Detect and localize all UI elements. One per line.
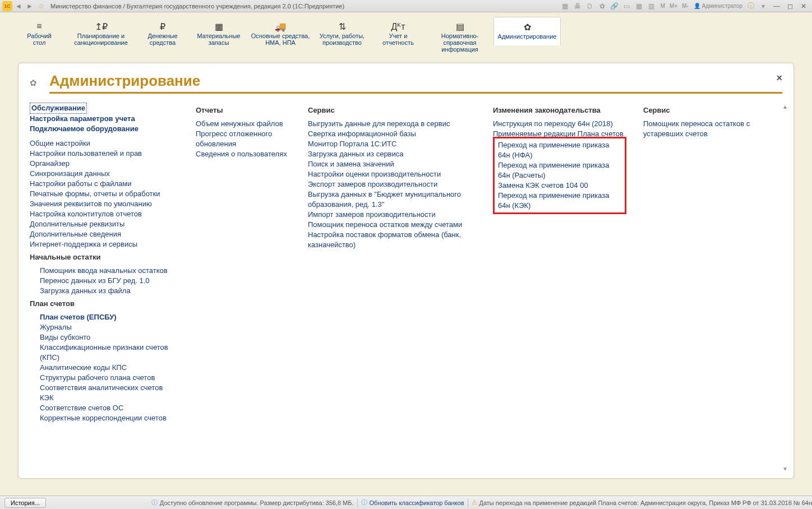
link-correspondences[interactable]: Соответствия аналитических счетов bbox=[40, 383, 179, 393]
link-64n-instruction[interactable]: Инструкция по переходу 64н (2018) bbox=[493, 119, 626, 129]
nav-accounting[interactable]: Дᴷт Учет иотчетность bbox=[370, 17, 426, 52]
link-accounting-params[interactable]: Настройка параметров учета bbox=[30, 114, 179, 124]
link-structures[interactable]: Структуры рабочего плана счетов bbox=[40, 373, 179, 383]
highlighted-box: Переход на применение приказа 64н (НФА) … bbox=[493, 137, 626, 214]
info-status-icon-2: ⓘ bbox=[361, 498, 367, 507]
link-kps-codes[interactable]: Аналитические коды КПС bbox=[40, 363, 179, 373]
link-perf-export[interactable]: Экспорт замеров производительности bbox=[308, 179, 476, 189]
links-icon[interactable]: 🔗 bbox=[610, 1, 620, 11]
nav-label: Рабочийстол bbox=[12, 33, 66, 46]
link-transfer-bgu[interactable]: Перенос данных из БГУ ред. 1.0 bbox=[40, 276, 179, 286]
link-epsbu[interactable]: План счетов (ЕПСБУ) bbox=[40, 312, 179, 322]
nav-label: Учет иотчетность bbox=[371, 33, 425, 46]
nav-reference[interactable]: ▤ Нормативно-справочнаяинформация bbox=[426, 17, 493, 58]
link-load-service[interactable]: Загрузка данных из сервиса bbox=[308, 149, 476, 159]
status-update-available[interactable]: ⓘ Доступно обновление программы. Размер … bbox=[151, 498, 354, 507]
back-icon[interactable]: ◄ bbox=[13, 1, 24, 11]
ruble-icon: ₽ bbox=[136, 20, 190, 33]
link-users-rights[interactable]: Настройки пользователей и прав bbox=[30, 149, 179, 159]
nav-materials[interactable]: ▦ Материальныезапасы bbox=[191, 17, 247, 52]
scroll-up-icon[interactable]: ▴ bbox=[780, 103, 790, 110]
tool-icon-3[interactable]: ✿ bbox=[597, 1, 607, 11]
link-print-forms[interactable]: Печатные формы, отчеты и обработки bbox=[30, 189, 179, 199]
page-gear-icon[interactable]: ✿ bbox=[30, 78, 37, 88]
section-service-2: Сервис bbox=[643, 106, 755, 114]
history-button[interactable]: История... bbox=[4, 498, 46, 508]
status-bank-classifier[interactable]: ⓘ Обновить классификатор банков bbox=[361, 498, 464, 507]
link-headers[interactable]: Настройка колонтитулов отчетов bbox=[30, 209, 179, 219]
forward-icon[interactable]: ► bbox=[25, 1, 35, 11]
dtkt-icon: Дᴷт bbox=[371, 20, 425, 33]
link-organizer[interactable]: Органайзер bbox=[30, 159, 179, 169]
link-journals[interactable]: Журналы bbox=[40, 322, 179, 332]
link-subkonto[interactable]: Виды субконто bbox=[40, 332, 179, 343]
dropdown-icon[interactable]: ▾ bbox=[758, 1, 768, 11]
nav-admin[interactable]: ✿ Администрирование bbox=[493, 17, 561, 45]
truck-icon: 🚚 bbox=[248, 20, 313, 33]
link-general-settings[interactable]: Общие настройки bbox=[30, 138, 179, 149]
link-kek[interactable]: КЭК bbox=[40, 393, 179, 403]
close-page-button[interactable]: × bbox=[776, 72, 782, 84]
m-button[interactable]: M bbox=[659, 3, 667, 9]
nav-desktop[interactable]: ≡ Рабочийстол bbox=[11, 17, 67, 52]
maximize-button[interactable]: ◻ bbox=[784, 2, 796, 10]
link-extra-attrs[interactable]: Дополнительные реквизиты bbox=[30, 219, 179, 229]
link-hardware[interactable]: Подключаемое оборудование bbox=[30, 124, 179, 134]
calendar-icon[interactable]: ▭ bbox=[622, 1, 632, 11]
nav-money[interactable]: ₽ Денежныесредства bbox=[135, 17, 191, 52]
favorite-icon[interactable]: ☆ bbox=[36, 1, 46, 11]
link-obsolete-balance[interactable]: Помощник переноса остатков с устаревших … bbox=[643, 119, 755, 139]
close-window-button[interactable]: ✕ bbox=[797, 2, 810, 10]
link-search-replace[interactable]: Поиск и замена значений bbox=[308, 159, 476, 169]
link-correct-corr[interactable]: Корректные корреспонденции счетов bbox=[40, 413, 179, 423]
status-text-3: Даты перехода на применение редакций Пла… bbox=[479, 499, 813, 506]
scroll-down-icon[interactable]: ▾ bbox=[780, 465, 790, 473]
link-exchange-formats[interactable]: Настройка поставок форматов обмена (банк… bbox=[308, 230, 476, 250]
print-icon[interactable]: 🖶 bbox=[573, 1, 583, 11]
link-budget-export[interactable]: Выгрузка данных в "Бюджет муниципального… bbox=[308, 189, 476, 210]
link-load-file[interactable]: Загрузка данных из файла bbox=[40, 286, 179, 296]
titlebar-right-icons: ▦ 🖶 🗋 ✿ 🔗 ▭ ▦ ▥ M M+ M- 👤 Администратор … bbox=[560, 1, 810, 11]
nav-planning[interactable]: ↥₽ Планирование исанкционирование bbox=[67, 17, 135, 52]
link-db-shrink[interactable]: Свертка информационной базы bbox=[308, 129, 476, 139]
link-os-accounts[interactable]: Соответствие счетов ОС bbox=[40, 403, 179, 413]
status-bar: История... ⓘ Доступно обновление програм… bbox=[0, 496, 812, 509]
minimize-button[interactable]: — bbox=[771, 2, 783, 10]
status-plan-dates[interactable]: ⚠ Даты перехода на применение редакций П… bbox=[472, 499, 813, 506]
link-unused-files[interactable]: Объем ненужных файлов bbox=[196, 119, 291, 129]
nav-label: Материальныезапасы bbox=[192, 33, 246, 46]
link-default-values[interactable]: Значения реквизитов по умолчанию bbox=[30, 199, 179, 209]
link-64n-raschety[interactable]: Переход на применение приказа 64н (Расче… bbox=[498, 160, 621, 181]
link-balance-transfer[interactable]: Помощник переноса остатков между счетами bbox=[308, 220, 476, 230]
link-balance-helper[interactable]: Помощник ввода начальных остатков bbox=[40, 266, 179, 276]
link-maintenance[interactable]: Обслуживание bbox=[30, 103, 87, 114]
info-icon[interactable]: ⓘ bbox=[746, 1, 756, 11]
link-plan-revisions[interactable]: Применяемые редакции Плана счетов bbox=[493, 129, 626, 139]
link-64n-kek[interactable]: Переход на применение приказа 64н (КЭК) bbox=[498, 191, 621, 211]
link-kek-104[interactable]: Замена КЭК счетов 104 00 bbox=[498, 181, 621, 191]
tool-icon-1[interactable]: ▦ bbox=[560, 1, 570, 11]
link-64n-nfa[interactable]: Переход на применение приказа 64н (НФА) bbox=[498, 140, 621, 160]
calculator-icon[interactable]: ▦ bbox=[634, 1, 644, 11]
status-separator-2 bbox=[468, 498, 468, 507]
nav-services[interactable]: ⇅ Услуги, работы,производство bbox=[314, 17, 370, 52]
current-user[interactable]: 👤 Администратор bbox=[694, 3, 742, 9]
link-files[interactable]: Настройки работы с файлами bbox=[30, 179, 179, 189]
link-user-info[interactable]: Сведения о пользователях bbox=[196, 149, 291, 159]
m-minus-button[interactable]: M- bbox=[680, 3, 690, 9]
link-perf-import[interactable]: Импорт замеров производительности bbox=[308, 210, 476, 220]
link-perf-settings[interactable]: Настройки оценки производительности bbox=[308, 169, 476, 179]
link-extra-info[interactable]: Дополнительные сведения bbox=[30, 229, 179, 239]
link-update-progress[interactable]: Прогресс отложенного обновления bbox=[196, 129, 291, 149]
link-export-service[interactable]: Выгрузить данные для перехода в сервис bbox=[308, 119, 476, 129]
m-plus-button[interactable]: M+ bbox=[668, 3, 679, 9]
nav-label: Планирование исанкционирование bbox=[68, 33, 133, 46]
nav-assets[interactable]: 🚚 Основные средства,НМА, НПА bbox=[247, 17, 314, 52]
link-its-monitor[interactable]: Монитор Портала 1С:ИТС bbox=[308, 139, 476, 149]
link-internet-support[interactable]: Интернет-поддержка и сервисы bbox=[30, 239, 179, 249]
updown-icon: ⇅ bbox=[315, 20, 369, 33]
tool-icon-2[interactable]: 🗋 bbox=[585, 1, 595, 11]
link-sync[interactable]: Синхронизация данных bbox=[30, 169, 179, 179]
tool-icon-4[interactable]: ▥ bbox=[647, 1, 657, 11]
link-kps[interactable]: Классификационные признаки счетов (КПС) bbox=[40, 343, 179, 363]
